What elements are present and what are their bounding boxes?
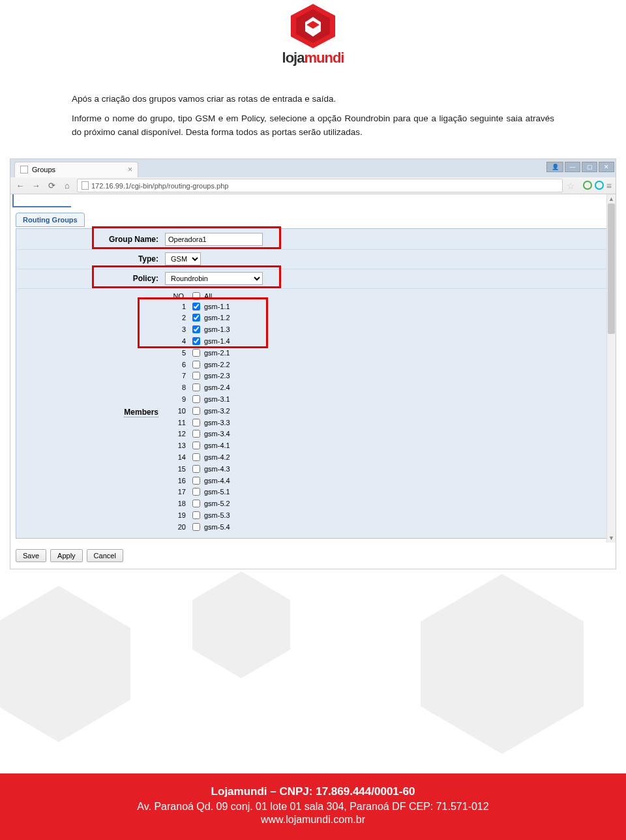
- member-checkbox[interactable]: [192, 477, 200, 485]
- member-row: 11gsm-3.3: [165, 417, 608, 428]
- members-list: NO. All 1gsm-1.12gsm-1.23gsm-1.34gsm-1.4…: [165, 289, 608, 537]
- close-window-button[interactable]: ✕: [599, 162, 614, 172]
- member-no: 6: [165, 361, 192, 368]
- routing-groups-tab[interactable]: Routing Groups: [16, 213, 85, 227]
- member-checkbox[interactable]: [192, 372, 200, 380]
- member-row: 4gsm-1.4: [165, 335, 608, 347]
- user-icon[interactable]: 👤: [546, 162, 563, 172]
- scroll-thumb[interactable]: [608, 203, 615, 334]
- member-checkbox[interactable]: [192, 303, 200, 310]
- reload-button[interactable]: ⟳: [46, 180, 57, 192]
- policy-label: Policy:: [18, 274, 165, 283]
- close-tab-icon[interactable]: ×: [128, 165, 132, 174]
- member-no: 9: [165, 395, 192, 403]
- group-name-input[interactable]: [165, 233, 263, 246]
- extension-icon-1[interactable]: [583, 181, 592, 190]
- url-text: 172.16.99.1/cgi-bin/php/routing-groups.p…: [91, 182, 228, 190]
- bg-hex-3: [404, 566, 600, 762]
- member-no: 17: [165, 488, 192, 496]
- member-checkbox[interactable]: [192, 442, 200, 449]
- back-button[interactable]: ←: [14, 180, 26, 192]
- minimize-button[interactable]: —: [565, 162, 580, 172]
- member-row: 17gsm-5.1: [165, 487, 608, 498]
- member-checkbox[interactable]: [192, 383, 200, 391]
- apply-button[interactable]: Apply: [50, 549, 83, 562]
- member-checkbox[interactable]: [192, 349, 200, 357]
- member-row: 10gsm-3.2: [165, 405, 608, 417]
- member-row: 8gsm-2.4: [165, 382, 608, 393]
- url-input[interactable]: 172.16.99.1/cgi-bin/php/routing-groups.p…: [77, 179, 563, 192]
- member-checkbox[interactable]: [192, 488, 200, 496]
- member-checkbox[interactable]: [192, 523, 200, 531]
- member-name: gsm-3.4: [203, 430, 230, 438]
- all-checkbox[interactable]: [192, 292, 200, 300]
- member-row: 2gsm-1.2: [165, 312, 608, 324]
- paragraph-1: Após a criação dos grupos vamos criar as…: [72, 93, 554, 106]
- address-bar: ← → ⟳ ⌂ 172.16.99.1/cgi-bin/php/routing-…: [10, 177, 616, 194]
- member-checkbox[interactable]: [192, 361, 200, 368]
- menu-icon[interactable]: ≡: [606, 181, 612, 191]
- member-checkbox[interactable]: [192, 337, 200, 345]
- bookmark-icon[interactable]: ☆: [567, 181, 575, 191]
- logo-hex-icon: [287, 3, 339, 48]
- home-button[interactable]: ⌂: [61, 180, 73, 192]
- scroll-down-icon[interactable]: ▼: [607, 533, 616, 543]
- member-no: 14: [165, 453, 192, 461]
- members-label: Members: [124, 408, 158, 417]
- logo-text: lojamundi: [0, 50, 626, 67]
- bg-hex-1: [0, 579, 143, 749]
- type-select[interactable]: GSM: [165, 252, 201, 265]
- no-header: NO.: [165, 292, 192, 300]
- forward-button[interactable]: →: [30, 180, 42, 192]
- member-no: 13: [165, 442, 192, 449]
- svg-marker-4: [421, 574, 584, 754]
- scroll-up-icon[interactable]: ▲: [607, 194, 616, 203]
- extension-icon-2[interactable]: [595, 181, 604, 190]
- favicon-icon: [20, 166, 28, 173]
- member-checkbox[interactable]: [192, 453, 200, 461]
- member-row: 1gsm-1.1: [165, 301, 608, 312]
- member-name: gsm-1.4: [203, 337, 230, 345]
- cancel-button[interactable]: Cancel: [87, 549, 123, 562]
- all-label: All: [203, 292, 212, 300]
- page-content: Routing Groups Group Name: Type: GSM Po: [10, 194, 616, 569]
- member-row: 15gsm-4.3: [165, 463, 608, 475]
- member-row: 5gsm-2.1: [165, 347, 608, 359]
- top-border: [12, 194, 71, 207]
- row-members: Members NO. All 1gsm-1.12gsm-1.23gsm-1.3…: [18, 289, 608, 537]
- member-checkbox[interactable]: [192, 325, 200, 333]
- member-row: 19gsm-5.3: [165, 509, 608, 521]
- maximize-button[interactable]: ▢: [582, 162, 597, 172]
- member-checkbox[interactable]: [192, 500, 200, 507]
- member-name: gsm-5.4: [203, 523, 230, 531]
- policy-select[interactable]: Roundrobin: [165, 272, 263, 285]
- member-checkbox[interactable]: [192, 465, 200, 473]
- member-name: gsm-5.1: [203, 488, 230, 496]
- member-checkbox[interactable]: [192, 395, 200, 403]
- scrollbar[interactable]: ▲ ▼: [606, 194, 616, 543]
- member-checkbox[interactable]: [192, 407, 200, 415]
- member-checkbox[interactable]: [192, 419, 200, 427]
- member-checkbox[interactable]: [192, 511, 200, 519]
- logo-header: lojamundi: [0, 0, 626, 67]
- member-row: 9gsm-3.1: [165, 393, 608, 405]
- member-name: gsm-4.3: [203, 465, 230, 473]
- member-name: gsm-4.1: [203, 442, 230, 449]
- member-checkbox[interactable]: [192, 314, 200, 322]
- member-name: gsm-3.3: [203, 419, 230, 427]
- member-row: 12gsm-3.4: [165, 428, 608, 440]
- footer-line3: www.lojamundi.com.br: [0, 814, 626, 826]
- member-name: gsm-3.1: [203, 395, 230, 403]
- save-button[interactable]: Save: [16, 549, 46, 562]
- tab-title: Groups: [32, 166, 55, 173]
- browser-tab[interactable]: Groups ×: [14, 162, 138, 177]
- browser-screenshot: 👤 — ▢ ✕ Groups × ← → ⟳ ⌂ 172.16.99.1/cgi…: [10, 158, 616, 569]
- member-row: 3gsm-1.3: [165, 323, 608, 335]
- row-type: Type: GSM: [18, 250, 608, 269]
- member-name: gsm-1.2: [203, 314, 230, 322]
- member-no: 18: [165, 500, 192, 507]
- member-no: 3: [165, 325, 192, 333]
- footer-line1: Lojamundi – CNPJ: 17.869.444/0001-60: [0, 785, 626, 798]
- member-no: 16: [165, 477, 192, 485]
- member-checkbox[interactable]: [192, 430, 200, 438]
